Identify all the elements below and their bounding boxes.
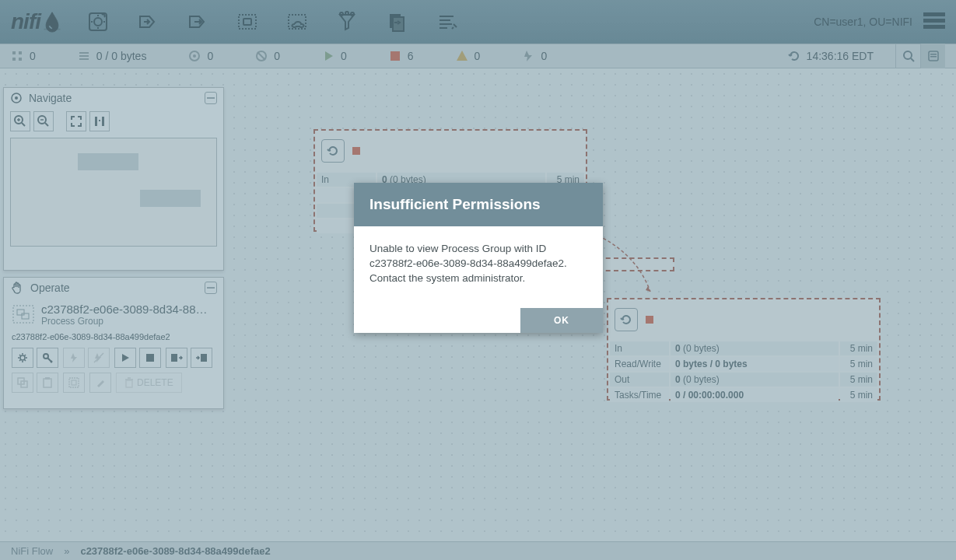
collapse-button[interactable] <box>205 282 217 294</box>
svg-rect-14 <box>19 51 22 54</box>
transmitting-stat: 0 <box>188 50 213 62</box>
disable-button[interactable] <box>88 348 110 368</box>
add-remote-process-group-icon[interactable] <box>283 8 311 36</box>
queued-stat: 0 / 0 bytes <box>78 50 147 62</box>
color-button[interactable] <box>89 373 111 393</box>
add-template-icon[interactable] <box>383 8 411 36</box>
processor-icon <box>615 308 638 331</box>
panel-title: Navigate <box>29 92 72 104</box>
paste-button[interactable] <box>37 373 58 393</box>
add-output-port-icon[interactable] <box>184 8 212 36</box>
svg-rect-50 <box>146 354 154 362</box>
add-funnel-icon[interactable] <box>333 8 361 36</box>
svg-rect-52 <box>201 354 207 362</box>
ok-button[interactable]: OK <box>520 308 603 333</box>
operate-component-name: c23788f2-e06e-3089-8d34-88a4… <box>41 303 212 316</box>
threads-icon <box>11 50 23 62</box>
upload-template-button[interactable] <box>191 348 212 368</box>
start-button[interactable] <box>114 348 136 368</box>
svg-line-23 <box>257 52 265 60</box>
birdseye-component <box>78 153 138 170</box>
copy-button[interactable] <box>12 373 33 393</box>
svg-rect-3 <box>243 19 251 25</box>
breadcrumb-root[interactable]: NiFi Flow <box>11 545 53 557</box>
svg-point-31 <box>15 96 18 100</box>
svg-point-21 <box>193 54 196 58</box>
running-stat: 0 <box>322 50 347 62</box>
processor-box-2[interactable]: In0 (0 bytes)5 min Read/Write0 bytes / 0… <box>607 298 881 401</box>
app-header: nifi CN=user1, OU=NIFI <box>0 0 956 44</box>
not-transmitting-stat: 0 <box>255 50 280 62</box>
stopped-stat: 6 <box>389 50 414 62</box>
queued-icon <box>78 50 90 62</box>
svg-point-25 <box>904 51 912 59</box>
not-transmitting-icon <box>255 50 268 62</box>
svg-rect-58 <box>72 380 76 385</box>
birdseye-view[interactable] <box>10 138 217 247</box>
water-drop-icon <box>44 11 61 33</box>
operate-panel: Operate c23788f2-e06e-3089-8d34-88a4… Pr… <box>3 277 224 409</box>
enable-button[interactable] <box>63 348 85 368</box>
svg-rect-40 <box>95 117 97 126</box>
svg-rect-16 <box>19 58 22 61</box>
svg-rect-15 <box>12 58 16 61</box>
breadcrumb-bar: NiFi Flow » c23788f2-e06e-3089-8d34-88a4… <box>0 541 956 560</box>
disabled-icon <box>522 50 534 62</box>
svg-rect-2 <box>239 15 256 29</box>
svg-rect-11 <box>923 19 945 23</box>
stop-button[interactable] <box>139 348 161 368</box>
invalid-icon <box>456 50 468 62</box>
component-toolbar <box>84 8 460 36</box>
stop-icon <box>389 50 401 62</box>
delete-button[interactable]: DELETE <box>116 373 182 393</box>
svg-point-47 <box>20 355 25 360</box>
policies-button[interactable] <box>37 348 58 368</box>
logo-text: nifi <box>11 9 40 34</box>
configure-button[interactable] <box>12 348 33 368</box>
processor-icon <box>321 139 345 163</box>
add-processor-icon[interactable] <box>84 8 112 36</box>
zoom-out-button[interactable] <box>33 111 54 131</box>
active-threads-stat: 0 <box>11 50 36 62</box>
svg-rect-29 <box>930 56 937 58</box>
hand-icon <box>10 281 24 295</box>
stopped-indicator <box>352 147 360 155</box>
collapse-button[interactable] <box>205 92 217 104</box>
zoom-actual-button[interactable] <box>89 111 110 131</box>
svg-rect-44 <box>13 306 33 323</box>
svg-rect-51 <box>171 354 177 362</box>
svg-rect-57 <box>69 378 79 387</box>
status-bar: 0 0 / 0 bytes 0 0 0 6 0 0 14:36:16 EDT <box>0 44 956 68</box>
breadcrumb-separator: » <box>64 545 69 557</box>
process-group-icon <box>12 303 35 329</box>
svg-rect-0 <box>44 29 61 30</box>
group-button[interactable] <box>63 373 85 393</box>
add-input-port-icon[interactable] <box>134 8 162 36</box>
refresh-icon[interactable] <box>788 50 800 62</box>
last-refresh: 14:36:16 EDT <box>788 50 874 62</box>
svg-rect-19 <box>79 58 89 60</box>
create-template-button[interactable] <box>166 348 187 368</box>
add-process-group-icon[interactable] <box>233 8 261 36</box>
svg-rect-43 <box>207 287 215 289</box>
navigate-panel: Navigate <box>3 87 224 271</box>
breadcrumb-current: c23788f2-e06e-3089-8d34-88a499defae2 <box>80 545 270 557</box>
svg-rect-61 <box>128 377 131 379</box>
search-button[interactable] <box>895 44 920 68</box>
crosshair-icon <box>10 92 23 104</box>
svg-rect-46 <box>22 313 29 319</box>
global-menu-icon[interactable] <box>923 12 945 32</box>
add-label-icon[interactable] <box>432 8 460 36</box>
zoom-fit-button[interactable] <box>66 111 86 131</box>
play-icon <box>322 50 334 62</box>
svg-rect-55 <box>44 379 51 387</box>
svg-rect-13 <box>12 51 16 54</box>
operate-component-type: Process Group <box>41 316 212 327</box>
zoom-in-button[interactable] <box>10 111 30 131</box>
dialog-title: Insufficient Permissions <box>354 183 603 226</box>
svg-line-38 <box>45 123 48 126</box>
bulletin-button[interactable] <box>920 44 945 68</box>
svg-rect-60 <box>125 379 133 380</box>
current-user: CN=user1, OU=NIFI <box>814 16 912 28</box>
processor-stats-table: In0 (0 bytes)5 min Read/Write0 bytes / 0… <box>608 340 879 404</box>
